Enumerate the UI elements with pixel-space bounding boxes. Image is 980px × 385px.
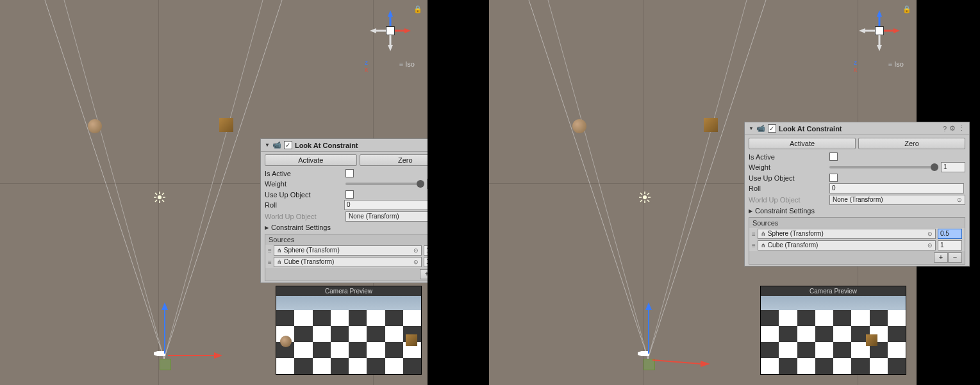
y-axis-arrow[interactable] (160, 302, 169, 354)
svg-line-39 (640, 200, 642, 202)
constraint-settings-header[interactable]: ▶Constraint Settings (261, 222, 428, 233)
enable-checkbox[interactable] (768, 124, 776, 133)
component-title: Look At Constraint (779, 125, 940, 133)
svg-line-2 (64, 0, 164, 359)
weight-label: Weight (749, 163, 826, 171)
drag-handle-icon[interactable]: ≡ (268, 259, 272, 266)
source-weight-field[interactable]: 1 (938, 240, 962, 250)
svg-marker-48 (893, 28, 900, 33)
camera-preview-title: Camera Preview (276, 286, 421, 296)
lock-icon[interactable]: 🔒 (902, 5, 911, 13)
source-weight-field[interactable]: 0.5 (938, 229, 962, 239)
add-source-button[interactable]: + (934, 252, 948, 263)
svg-marker-50 (859, 28, 865, 33)
object-picker-icon[interactable]: ⊙ (413, 258, 419, 266)
weight-label: Weight (265, 180, 342, 188)
svg-line-30 (648, 0, 747, 359)
roll-field[interactable]: 0 (344, 200, 428, 210)
roll-field[interactable]: 0 (829, 183, 964, 193)
object-picker-icon[interactable]: ⊙ (957, 195, 962, 204)
use-up-checkbox[interactable] (829, 174, 838, 182)
orientation-gizmo[interactable]: z x (854, 5, 905, 56)
collapse-icon[interactable]: ▼ (749, 126, 754, 131)
gizmo-center[interactable] (386, 26, 395, 35)
weight-slider[interactable] (345, 183, 424, 185)
is-active-label: Is Active (749, 153, 826, 161)
gizmo-center[interactable] (875, 26, 884, 35)
source-weight-field[interactable]: 1 (424, 245, 428, 256)
activate-button[interactable]: Activate (749, 138, 856, 149)
weight-field[interactable]: 1 (941, 162, 965, 172)
world-up-field[interactable]: None (Transform)⊙ (829, 195, 965, 205)
projection-label[interactable]: ≡ Iso (399, 60, 415, 68)
scene-sphere[interactable] (88, 119, 102, 133)
add-source-button[interactable]: + (420, 269, 428, 279)
remove-source-button[interactable]: − (948, 252, 962, 263)
zero-button[interactable]: Zero (858, 138, 965, 149)
roll-label: Roll (265, 201, 340, 209)
preview-cube (866, 334, 877, 346)
svg-line-12 (155, 200, 157, 202)
zero-button[interactable]: Zero (360, 154, 428, 166)
x-axis-arrow[interactable] (168, 351, 222, 360)
weight-field[interactable]: 1 (427, 179, 428, 189)
light-icon[interactable] (639, 192, 651, 203)
source-row: ≡ ⋔Sphere (Transform)⊙ 0.5 (749, 228, 965, 240)
camera-preview-view (761, 296, 906, 374)
y-axis-arrow[interactable] (644, 302, 653, 354)
transform-icon: ⋔ (761, 241, 766, 250)
svg-line-9 (155, 193, 157, 195)
constraint-settings-header[interactable]: ▶Constraint Settings (745, 206, 969, 216)
collapse-icon[interactable]: ▼ (265, 142, 270, 148)
component-header[interactable]: ▼ 📹 Look At Constraint ? ⚙ ⋮ (261, 139, 428, 152)
help-icon[interactable]: ? (943, 125, 947, 133)
sources-list: Sources ≡ ⋔Sphere (Transform)⊙ 1 ≡ ⋔Cube… (265, 234, 428, 281)
preset-icon[interactable]: ⚙ (949, 124, 956, 133)
source-object-field[interactable]: ⋔Cube (Transform)⊙ (758, 240, 936, 250)
activate-button[interactable]: Activate (265, 154, 357, 166)
object-picker-icon[interactable]: ⊙ (927, 229, 933, 238)
transform-icon: ⋔ (277, 258, 282, 266)
svg-line-11 (162, 193, 164, 195)
svg-marker-14 (154, 351, 158, 356)
scene-cube[interactable] (219, 118, 233, 132)
source-object-field[interactable]: ⋔Sphere (Transform)⊙ (274, 245, 422, 256)
world-up-field[interactable]: None (Transform)⊙ (345, 211, 428, 222)
is-active-checkbox[interactable] (829, 152, 838, 161)
weight-slider[interactable] (829, 166, 938, 168)
orientation-gizmo[interactable]: z x (365, 5, 416, 56)
menu-icon[interactable]: ⋮ (958, 124, 965, 133)
svg-line-38 (647, 193, 649, 195)
svg-line-0 (45, 0, 164, 359)
scene-cube[interactable] (704, 118, 718, 132)
scene-viewport-left[interactable]: z x 🔒 ≡ Iso ▼ 📹 Look At Constraint ? ⚙ ⋮… (0, 0, 428, 385)
source-weight-field[interactable]: 1 (424, 257, 428, 267)
camera-preview-left: Camera Preview (276, 286, 422, 375)
svg-point-31 (643, 195, 647, 199)
lookat-inspector-left: ▼ 📹 Look At Constraint ? ⚙ ⋮ Activate Ze… (260, 138, 428, 283)
svg-marker-16 (162, 302, 168, 310)
source-object-field[interactable]: ⋔Sphere (Transform)⊙ (758, 229, 936, 239)
use-up-checkbox[interactable] (345, 190, 354, 199)
component-header[interactable]: ▼ 📹 Look At Constraint ? ⚙ ⋮ (745, 122, 969, 135)
lock-icon[interactable]: 🔒 (413, 5, 422, 13)
roll-label: Roll (749, 184, 826, 192)
svg-line-29 (548, 0, 648, 359)
component-title: Look At Constraint (295, 142, 426, 149)
projection-label[interactable]: ≡ Iso (888, 60, 904, 68)
object-picker-icon[interactable]: ⊙ (927, 241, 933, 250)
drag-handle-icon[interactable]: ≡ (268, 247, 272, 254)
world-up-label: World Up Object (265, 213, 342, 220)
x-axis-arrow[interactable] (652, 356, 710, 369)
enable-checkbox[interactable] (284, 141, 292, 149)
drag-handle-icon[interactable]: ≡ (752, 242, 756, 249)
is-active-checkbox[interactable] (345, 169, 354, 177)
svg-line-37 (647, 200, 649, 202)
camera-selection[interactable] (160, 359, 171, 370)
object-picker-icon[interactable]: ⊙ (413, 246, 419, 255)
scene-sphere[interactable] (572, 119, 586, 133)
light-icon[interactable] (154, 192, 165, 203)
sources-label: Sources (265, 234, 428, 245)
source-object-field[interactable]: ⋔Cube (Transform)⊙ (274, 257, 422, 267)
drag-handle-icon[interactable]: ≡ (752, 231, 756, 238)
